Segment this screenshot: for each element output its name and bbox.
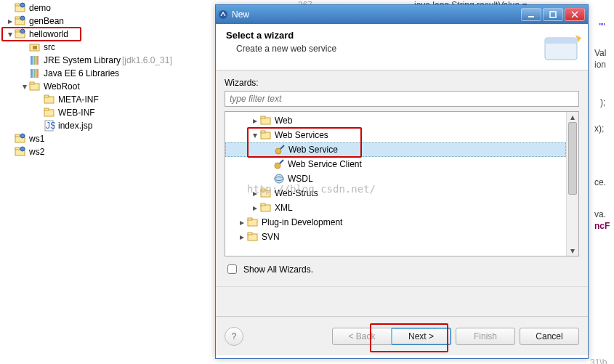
explorer-item-genbean[interactable]: ▸genBean xyxy=(3,15,215,28)
wizard-item-plug-in-development[interactable]: ▸Plug-in Development xyxy=(225,215,566,230)
explorer-item-webroot[interactable]: ▾WebRoot xyxy=(3,80,215,93)
explorer-item-meta-inf[interactable]: META-INF xyxy=(3,93,215,106)
explorer-item-ws1[interactable]: ws1 xyxy=(3,132,215,145)
wizard-item-web-services[interactable]: ▾Web Services xyxy=(225,128,566,142)
wizard-item-xml[interactable]: ▸XML xyxy=(225,201,566,215)
cancel-button[interactable]: Cancel xyxy=(520,328,579,345)
code-line: ncF xyxy=(594,221,610,231)
wsdl-icon xyxy=(273,173,285,185)
back-button[interactable]: < Back xyxy=(332,328,392,345)
twisty-icon[interactable]: ▸ xyxy=(237,217,247,227)
wizard-label: Web Service xyxy=(287,145,338,155)
tree-label: src xyxy=(42,42,55,52)
explorer-item-jre-system-library[interactable]: JRE System Library[jdk1.6.0_31] xyxy=(3,54,215,67)
back-next-group: < Back Next > xyxy=(328,328,451,345)
folder-open-icon xyxy=(29,81,41,92)
filter-input[interactable] xyxy=(225,91,579,107)
dialog-footer: ? < Back Next > Finish Cancel xyxy=(216,316,588,355)
show-all-wizards[interactable]: Show All Wizards. xyxy=(225,256,579,279)
scroll-up-arrow[interactable]: ▴ xyxy=(567,112,578,122)
maximize-button[interactable] xyxy=(543,8,563,21)
wizard-item-wsdl[interactable]: WSDL xyxy=(225,171,566,186)
help-button[interactable]: ? xyxy=(225,327,243,346)
tree-label: WEB-INF xyxy=(57,108,95,118)
wizard-item-web[interactable]: ▸Web xyxy=(225,113,566,128)
wizard-label: XML xyxy=(273,203,293,213)
new-wizard-dialog: New Select a wizard Create a new web ser… xyxy=(215,4,589,359)
show-all-label: Show All Wizards. xyxy=(243,264,313,275)
folder-open-icon xyxy=(44,107,55,118)
wizard-label: Web Services xyxy=(273,130,328,140)
tree-decoration: [jdk1.6.0_31] xyxy=(121,55,172,65)
dialog-titlebar[interactable]: New xyxy=(216,5,588,24)
tree-label: genBean xyxy=(28,16,64,26)
tree-label: ws1 xyxy=(28,134,44,144)
folder-closed-icon xyxy=(260,202,272,214)
explorer-item-web-inf[interactable]: WEB-INF xyxy=(3,106,215,119)
project-open-icon xyxy=(15,146,26,158)
explorer-item-ws2[interactable]: ws2 xyxy=(3,145,215,158)
show-all-checkbox[interactable] xyxy=(227,264,237,274)
library-icon xyxy=(29,68,41,79)
dialog-banner: Select a wizard Create a new web service xyxy=(216,24,588,70)
wizard-tree[interactable]: ▸Web▾Web ServicesWeb ServiceWeb Service … xyxy=(225,111,579,256)
twisty-icon[interactable]: ▾ xyxy=(250,130,260,140)
twisty-icon[interactable]: ▸ xyxy=(250,116,260,126)
svg-rect-6 xyxy=(545,38,577,44)
scroll-thumb[interactable] xyxy=(568,122,577,195)
vertical-scrollbar[interactable]: ▴ ▾ xyxy=(566,112,578,256)
wizards-label: Wizards: xyxy=(225,78,579,88)
explorer-item-src[interactable]: src xyxy=(3,41,215,54)
twisty-icon[interactable]: ▸ xyxy=(6,16,15,26)
code-line: ion xyxy=(594,60,606,70)
tree-label: META-INF xyxy=(57,94,99,105)
tree-label: ws2 xyxy=(28,147,44,157)
tree-label: index.jsp xyxy=(57,121,92,131)
wizard-label: Plug-in Development xyxy=(260,217,342,227)
next-button[interactable]: Next > xyxy=(392,328,451,345)
twisty-icon[interactable]: ▾ xyxy=(20,81,29,92)
dialog-title-icon xyxy=(216,9,230,20)
code-line: va. xyxy=(594,209,606,219)
wizard-item-svn[interactable]: ▸SVN xyxy=(225,230,566,244)
twisty-icon[interactable]: ▸ xyxy=(250,203,260,213)
svg-rect-2 xyxy=(550,12,556,17)
explorer-item-index-jsp[interactable]: index.jsp xyxy=(3,119,215,132)
code-line: "" xyxy=(599,22,605,32)
explorer-item-demo[interactable]: demo xyxy=(3,1,215,15)
project-open-icon xyxy=(15,28,26,40)
dialog-title: New xyxy=(230,9,521,20)
banner-description: Create a new web service xyxy=(226,41,527,54)
scroll-down-arrow[interactable]: ▾ xyxy=(567,246,578,256)
tree-label: Java EE 6 Libraries xyxy=(42,68,119,78)
minimize-button[interactable] xyxy=(521,8,541,21)
wizard-item-web-struts[interactable]: ▸Web-Struts xyxy=(225,186,566,201)
wizard-label: Web xyxy=(273,116,292,126)
close-button[interactable] xyxy=(565,8,585,21)
explorer-item-helloworld[interactable]: ▾helloworld xyxy=(3,28,215,41)
folder-closed-icon xyxy=(260,187,272,199)
wizard-item-icon xyxy=(274,144,286,155)
wizard-item-web-service-client[interactable]: Web Service Client xyxy=(225,157,566,171)
jsp-file-icon xyxy=(44,120,55,132)
wizard-label: Web Service Client xyxy=(286,159,362,169)
folder-closed-icon xyxy=(260,115,272,126)
explorer-item-java-ee-6-libraries[interactable]: Java EE 6 Libraries xyxy=(3,67,215,80)
twisty-icon[interactable]: ▸ xyxy=(237,232,247,242)
wizard-label: SVN xyxy=(260,232,280,242)
code-line: ce. xyxy=(594,177,606,187)
package-folder-icon xyxy=(29,41,41,53)
project-open-icon xyxy=(15,15,26,27)
twisty-icon[interactable]: ▸ xyxy=(250,188,260,198)
twisty-icon[interactable]: ▾ xyxy=(6,29,15,39)
folder-closed-icon xyxy=(247,217,259,228)
tree-label: JRE System Library xyxy=(42,55,121,65)
project-open-icon xyxy=(15,2,26,14)
code-line: Val xyxy=(594,48,606,58)
wizard-label: Web-Struts xyxy=(273,188,318,198)
finish-button[interactable]: Finish xyxy=(456,328,515,345)
wizard-item-web-service[interactable]: Web Service xyxy=(225,142,566,157)
folder-open-icon xyxy=(260,129,272,141)
project-explorer[interactable]: demo▸genBean▾helloworldsrcJRE System Lib… xyxy=(0,0,218,364)
folder-closed-icon xyxy=(247,231,259,243)
